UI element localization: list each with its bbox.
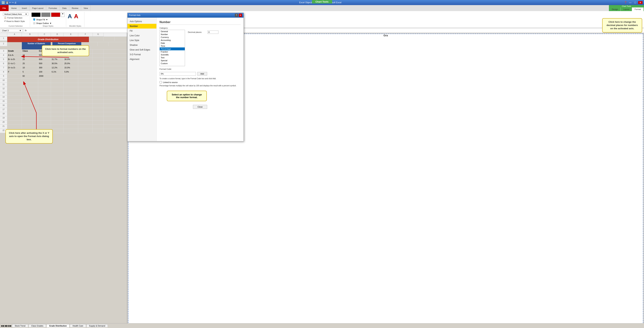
name-box[interactable]: Chart 3 ▼ <box>1 29 22 32</box>
cell-11d[interactable] <box>51 83 64 87</box>
cell-11e[interactable] <box>64 83 78 87</box>
cell-21c[interactable] <box>38 125 51 129</box>
cell-7b[interactable]: 10 <box>22 66 38 70</box>
tab-data[interactable]: Data <box>60 5 69 11</box>
cell-8g[interactable] <box>93 70 104 74</box>
cat-special[interactable]: Special <box>160 59 185 62</box>
dialog-help-btn[interactable]: ? <box>235 14 238 17</box>
cell-8a[interactable]: F <box>7 70 22 74</box>
tab-insert[interactable]: Insert <box>19 5 30 11</box>
reset-style-btn[interactable]: ↺ Reset to Match Style <box>3 20 28 23</box>
cell-9a[interactable] <box>7 74 22 78</box>
cell-21e[interactable] <box>64 125 78 129</box>
cell-11c[interactable] <box>38 83 51 87</box>
cell-14f[interactable] <box>78 95 93 99</box>
cell-12c[interactable] <box>38 87 51 91</box>
add-format-btn[interactable]: Add <box>197 72 207 76</box>
cell-21d[interactable] <box>51 125 64 129</box>
cell-12a[interactable] <box>7 87 22 91</box>
cell-9c[interactable]: 2000 <box>38 74 51 78</box>
cell-14e[interactable] <box>64 95 78 99</box>
cell-6g[interactable] <box>93 62 104 66</box>
line-style-3[interactable] <box>51 12 60 17</box>
cell-5a[interactable]: B+ to B- <box>7 58 22 62</box>
cell-17e[interactable] <box>64 108 78 112</box>
line-style-2[interactable] <box>41 12 50 17</box>
cell-6b[interactable]: 25 <box>22 62 38 66</box>
next-sheet-btn[interactable]: ▶ <box>6 325 8 327</box>
cell-7f[interactable] <box>78 66 93 70</box>
cell-11a[interactable] <box>7 83 22 87</box>
cell-7d[interactable]: 12.2% <box>51 66 64 70</box>
linked-to-source-checkbox[interactable] <box>160 81 162 83</box>
cell-6e[interactable]: 25.0% <box>64 62 78 66</box>
cell-9b[interactable]: 82 <box>22 74 38 78</box>
cell-15a[interactable] <box>7 100 22 104</box>
cell-10g[interactable] <box>93 79 104 83</box>
shape-outline-chevron[interactable]: ▼ <box>50 22 52 24</box>
cell-13c[interactable] <box>38 91 51 95</box>
shape-fill-chevron[interactable]: ▼ <box>46 18 48 21</box>
vertical-axis-selector[interactable]: Vertical (Value) Axis ▼ <box>3 12 28 16</box>
cell-8b[interactable]: 5 <box>22 70 38 74</box>
cell-12g[interactable] <box>93 87 104 91</box>
prev-sheet-btn[interactable]: ◀◀ <box>1 325 4 327</box>
line-style-1[interactable] <box>32 12 40 17</box>
cell-21f[interactable] <box>78 125 93 129</box>
cell-21a[interactable] <box>7 125 22 129</box>
sidebar-item-line-color[interactable]: Line Color <box>128 33 156 38</box>
cell-18a[interactable] <box>7 112 22 116</box>
cell-13b[interactable] <box>22 91 38 95</box>
cell-14b[interactable] <box>22 95 38 99</box>
format-code-input[interactable] <box>160 72 196 76</box>
cell-7c[interactable]: 300 <box>38 66 51 70</box>
tab-home[interactable]: Home <box>9 5 19 11</box>
cell-22e[interactable] <box>64 129 78 133</box>
sidebar-item-line-style[interactable]: Line Style <box>128 38 156 43</box>
cell-15e[interactable] <box>64 100 78 104</box>
cell-10e[interactable] <box>64 79 78 83</box>
cell-6a[interactable]: C+ to C- <box>7 62 22 66</box>
cell-20f[interactable] <box>78 120 93 124</box>
tab-format[interactable]: Format <box>632 7 644 11</box>
cat-accounting[interactable]: Accounting <box>160 39 185 42</box>
cell-5c[interactable]: 600 <box>38 58 51 62</box>
cell-22f[interactable] <box>78 129 93 133</box>
quick-access-undo[interactable]: ↩ <box>9 1 11 4</box>
tab-design[interactable]: Design <box>609 7 621 11</box>
cell-17c[interactable] <box>38 108 51 112</box>
sidebar-item-glow[interactable]: Glow and Soft Edges <box>128 47 156 52</box>
tab-page-layout[interactable]: Page Layout <box>30 5 46 11</box>
cell-1f[interactable] <box>89 37 104 41</box>
cell-6d[interactable]: 30.5% <box>51 62 64 66</box>
cell-18e[interactable] <box>64 112 78 116</box>
cell-17f[interactable] <box>78 108 93 112</box>
decimal-input[interactable] <box>208 30 218 34</box>
cell-21b[interactable] <box>22 125 38 129</box>
cell-18f[interactable] <box>78 112 93 116</box>
cell-16e[interactable] <box>64 104 78 108</box>
cell-20d[interactable] <box>51 120 64 124</box>
cell-19a[interactable] <box>7 116 22 120</box>
cell-14c[interactable] <box>38 95 51 99</box>
tab-review[interactable]: Review <box>69 5 81 11</box>
cat-date[interactable]: Date <box>160 42 185 44</box>
cell-10c[interactable] <box>38 79 51 83</box>
cell-15d[interactable] <box>51 100 64 104</box>
cell-13e[interactable] <box>64 91 78 95</box>
cell-15g[interactable] <box>93 100 104 104</box>
cat-percentage[interactable]: Percentage <box>160 47 185 50</box>
tab-layout[interactable]: Layout <box>621 7 632 11</box>
cat-fraction[interactable]: Fraction <box>160 50 185 53</box>
close-btn-title[interactable]: ✕ <box>638 1 642 4</box>
cell-9d[interactable] <box>51 74 64 78</box>
sidebar-item-number[interactable]: Number <box>128 24 156 28</box>
cell-10f[interactable] <box>78 79 93 83</box>
cell-8f[interactable] <box>78 70 93 74</box>
cell-13d[interactable] <box>51 91 64 95</box>
prev-sheet-btn2[interactable]: ◀ <box>4 325 6 327</box>
cell-8e[interactable]: 5.0% <box>64 70 78 74</box>
cell-8c[interactable]: 100 <box>38 70 51 74</box>
cell-5f[interactable] <box>78 58 93 62</box>
cell-22g[interactable] <box>93 129 104 133</box>
